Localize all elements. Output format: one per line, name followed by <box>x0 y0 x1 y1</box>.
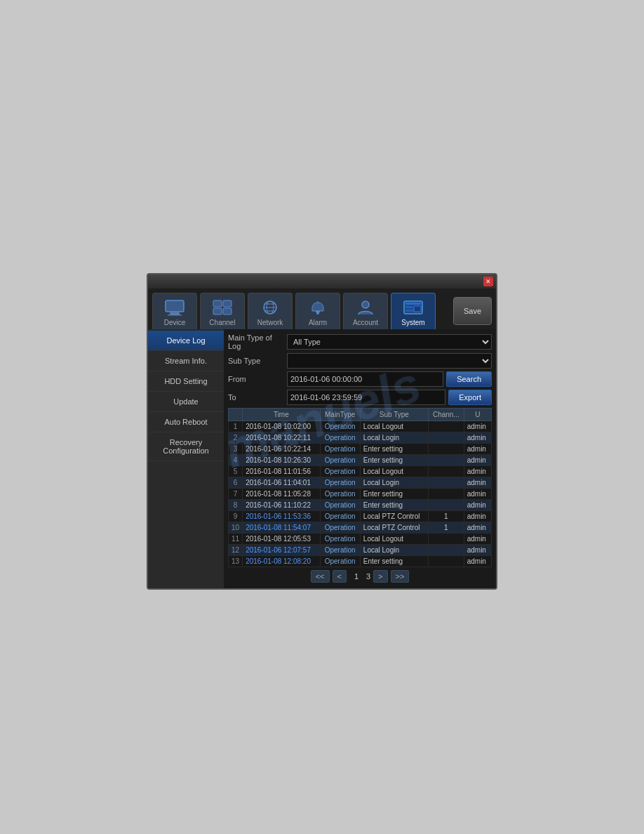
cell-num: 7 <box>229 488 243 499</box>
cell-channel <box>428 544 464 555</box>
sidebar-item-hdd-setting[interactable]: HDD Setting <box>148 371 224 392</box>
cell-channel <box>428 555 464 567</box>
device-icon <box>163 298 186 317</box>
save-button[interactable]: Save <box>453 297 492 325</box>
table-row: 12016-01-08 10:02:00OperationLocal Logou… <box>229 421 492 432</box>
cell-subtype: Local Logout <box>360 421 428 432</box>
to-input[interactable] <box>287 390 445 405</box>
cell-time: 2016-01-06 11:53:36 <box>243 510 320 522</box>
pagination: << < 1 3 > >> <box>228 567 492 584</box>
prev-page-button[interactable]: < <box>333 570 347 583</box>
svg-rect-1 <box>170 312 180 315</box>
table-row: 102016-01-08 11:54:07OperationLocal PTZ … <box>229 522 492 533</box>
table-row: 22016-01-08 10:22:11OperationLocal Login… <box>229 432 492 443</box>
last-page-button[interactable]: >> <box>391 570 410 583</box>
sidebar: Device Log Stream Info. HDD Setting Upda… <box>148 329 224 588</box>
cell-subtype: Local Logout <box>360 465 428 477</box>
cell-subtype: Enter setting <box>360 443 428 454</box>
cell-user: admin <box>464 499 491 510</box>
tab-alarm[interactable]: Alarm <box>295 293 340 329</box>
cell-subtype: Enter setting <box>360 555 428 567</box>
cell-maintype: Operation <box>320 454 360 465</box>
sidebar-item-stream-info[interactable]: Stream Info. <box>148 351 224 371</box>
cell-time: 2016-01-06 12:07:57 <box>243 544 320 555</box>
close-button[interactable]: ✕ <box>483 277 493 286</box>
log-table: Time MainType Sub Type Chann... U 12016-… <box>228 408 492 567</box>
cell-time: 2016-01-06 11:10:22 <box>243 499 320 510</box>
cell-maintype: Operation <box>320 533 360 544</box>
nav-tabs: Device Channel <box>148 289 496 329</box>
cell-subtype: Local PTZ Control <box>360 522 428 533</box>
cell-channel <box>428 432 464 443</box>
col-subtype: Sub Type <box>360 408 428 421</box>
sidebar-item-update[interactable]: Update <box>148 392 224 412</box>
tab-system-label: System <box>401 319 424 326</box>
search-button[interactable]: Search <box>446 371 492 387</box>
tab-device[interactable]: Device <box>152 293 197 329</box>
channel-icon <box>211 298 234 317</box>
sidebar-item-recovery-config[interactable]: Recovery Configuration <box>148 432 224 461</box>
cell-num: 1 <box>229 421 243 432</box>
tab-system[interactable]: System <box>391 293 436 329</box>
cell-num: 3 <box>229 443 243 454</box>
filter-to-row: To Export <box>228 390 492 405</box>
cell-subtype: Enter setting <box>360 488 428 499</box>
cell-channel <box>428 488 464 499</box>
col-time: Time <box>243 408 320 421</box>
cell-user: admin <box>464 522 491 533</box>
table-row: 72016-01-08 11:05:28OperationEnter setti… <box>229 488 492 499</box>
tab-account[interactable]: Account <box>343 293 388 329</box>
cell-time: 2016-01-08 10:22:11 <box>243 432 320 443</box>
export-button[interactable]: Export <box>448 390 492 405</box>
total-pages: 3 <box>366 572 370 581</box>
cell-num: 9 <box>229 510 243 522</box>
cell-subtype: Enter setting <box>360 454 428 465</box>
cell-num: 6 <box>229 477 243 488</box>
cell-num: 11 <box>229 533 243 544</box>
cell-user: admin <box>464 465 491 477</box>
sidebar-item-device-log[interactable]: Device Log <box>148 331 224 351</box>
filter-from-row: From Search <box>228 371 492 387</box>
cell-channel <box>428 465 464 477</box>
tab-network[interactable]: Network <box>248 293 293 329</box>
cell-num: 4 <box>229 454 243 465</box>
cell-user: admin <box>464 421 491 432</box>
next-page-button[interactable]: > <box>373 570 387 583</box>
svg-rect-19 <box>414 306 421 312</box>
cell-maintype: Operation <box>320 421 360 432</box>
title-bar: ✕ <box>148 274 496 289</box>
cell-num: 5 <box>229 465 243 477</box>
account-icon <box>354 298 377 317</box>
sub-type-select[interactable] <box>287 353 492 369</box>
first-page-button[interactable]: << <box>311 570 330 583</box>
col-num <box>229 408 243 421</box>
table-row: 52016-01-08 11:01:56OperationLocal Logou… <box>229 465 492 477</box>
svg-rect-3 <box>213 300 222 307</box>
main-type-select[interactable]: All Type Operation Alarm <box>287 334 492 350</box>
cell-num: 10 <box>229 522 243 533</box>
sidebar-item-auto-reboot[interactable]: Auto Reboot <box>148 412 224 432</box>
table-row: 132016-01-08 12:08:20OperationEnter sett… <box>229 555 492 567</box>
cell-subtype: Enter setting <box>360 499 428 510</box>
cell-user: admin <box>464 510 491 522</box>
alarm-icon <box>307 298 329 317</box>
main-type-label: Main Type of Log <box>228 333 284 350</box>
cell-maintype: Operation <box>320 488 360 499</box>
cell-maintype: Operation <box>320 477 360 488</box>
cell-channel <box>428 443 464 454</box>
cell-time: 2016-01-08 11:01:56 <box>243 465 320 477</box>
cell-user: admin <box>464 544 491 555</box>
tab-channel[interactable]: Channel <box>200 293 245 329</box>
log-table-container: Time MainType Sub Type Chann... U 12016-… <box>228 408 492 567</box>
from-input[interactable] <box>287 371 443 387</box>
cell-maintype: Operation <box>320 499 360 510</box>
col-maintype: MainType <box>320 408 360 421</box>
svg-point-13 <box>316 312 319 315</box>
cell-maintype: Operation <box>320 555 360 567</box>
cell-time: 2016-01-08 11:54:07 <box>243 522 320 533</box>
col-user: U <box>464 408 491 421</box>
cell-channel <box>428 499 464 510</box>
app-window: ✕ Device Cha <box>147 273 497 590</box>
cell-subtype: Local Logout <box>360 533 428 544</box>
table-row: 82016-01-06 11:10:22OperationEnter setti… <box>229 499 492 510</box>
